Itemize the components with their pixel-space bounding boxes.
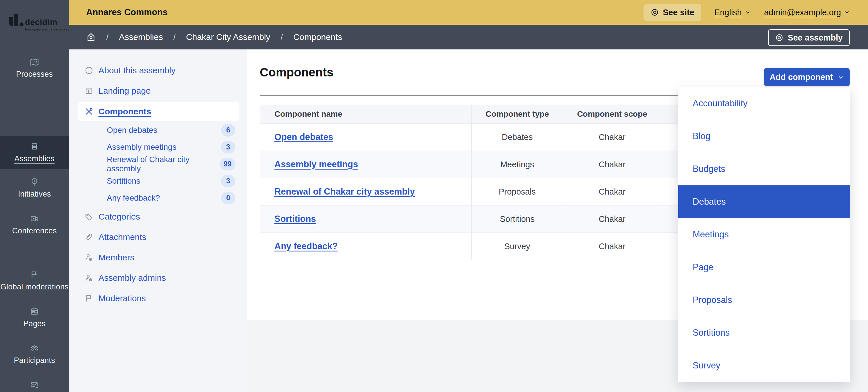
component-name-link[interactable]: Renewal of Chakar city assembly [274,187,415,197]
menu-item-about-this-assembly[interactable]: About this assembly [69,60,247,81]
breadcrumb-components[interactable]: Components [293,32,342,42]
assembly-menu-panel: About this assembly Landing page Compone… [69,50,247,392]
dropdown-item-sortitions[interactable]: Sortitions [678,316,850,349]
home-icon[interactable] [86,32,96,42]
menu-item-members[interactable]: Members [69,247,247,268]
see-site-link[interactable]: See site [644,4,701,21]
sidebar-item-processes[interactable]: Processes [0,50,69,86]
page-title: Components [260,65,334,79]
envelope-plus-icon [30,380,39,390]
admin-sidebar: Processes Assemblies Initiatives Confere… [0,50,69,392]
component-scope-cell: Chakar [563,205,661,232]
column-header-component-scope: Component scope [563,105,661,123]
breadcrumb-chakar-city-assembly[interactable]: Chakar City Assembly [186,32,270,42]
menu-item-label: Attachments [98,232,146,242]
component-link-label: Sortitions [107,176,141,186]
component-type-cell: Debates [472,123,563,150]
tag-icon [84,212,94,221]
count-badge: 3 [221,175,236,187]
logo-mark [9,17,13,26]
sidebar-item-label: Pages [23,319,45,328]
add-component-button[interactable]: Add component [764,68,849,86]
map-icon [30,57,39,67]
chevron-down-icon [745,9,751,16]
breadcrumb: / Assemblies / Chakar City Assembly / Co… [86,32,342,42]
component-name-link[interactable]: Sortitions [274,214,316,224]
chevron-down-icon [844,9,850,16]
component-link-label: Renewal of Chakar city assembly [107,155,220,173]
sidebar-item-pages[interactable]: Pages [0,299,69,336]
dropdown-item-proposals[interactable]: Proposals [678,284,850,316]
component-link-label: Assembly meetings [107,143,177,152]
lightbulb-icon [30,177,39,187]
see-assembly-button[interactable]: See assembly [768,29,849,46]
sidebar-item-participants[interactable]: Participants [0,336,69,372]
sidebar-item-global-moderations[interactable]: Global moderations [0,262,69,299]
paperclip-icon [84,232,94,242]
component-link-sortitions[interactable]: Sortitions 3 [69,172,247,189]
account-label: admin@example.org [764,8,841,17]
add-component-label: Add component [770,73,833,82]
menu-item-label: Categories [98,212,140,222]
sidebar-item-initiatives[interactable]: Initiatives [0,169,69,206]
eye-icon [775,33,784,42]
component-name-link[interactable]: Open debates [274,132,333,142]
menu-item-attachments[interactable]: Attachments [69,227,247,247]
menu-item-components[interactable]: Components [78,102,239,121]
component-link-open-debates[interactable]: Open debates 6 [69,121,247,139]
component-name-link[interactable]: Assembly meetings [274,159,358,170]
menu-item-assembly-admins[interactable]: Assembly admins [69,268,247,288]
logo-wordmark: decidim [25,18,57,26]
component-scope-cell: Chakar [563,151,661,178]
account-menu[interactable]: admin@example.org [764,8,850,17]
component-link-label: Open debates [107,125,157,135]
component-link-renewal-of-chakar-city-assembly[interactable]: Renewal of Chakar city assembly 99 [69,156,247,172]
info-icon [84,66,94,75]
component-scope-cell: Chakar [563,178,661,205]
see-site-label: See site [663,8,694,17]
component-link-assembly-meetings[interactable]: Assembly meetings 3 [69,139,247,156]
sidebar-item-label: Assemblies [14,154,55,163]
logo-dot [20,22,24,26]
add-component-dropdown: Accountability Blog Budgets Debates Meet… [678,87,850,382]
menu-item-label: Members [98,253,134,262]
sidebar-item-assemblies[interactable]: Assemblies [0,136,69,169]
component-name-link[interactable]: Any feedback? [274,241,338,251]
dropdown-item-accountability[interactable]: Accountability [678,87,850,120]
language-selector[interactable]: English [714,8,751,17]
sidebar-item-newsletters[interactable]: Newsletters [0,372,69,392]
sidebar-item-label: Initiatives [18,190,51,199]
dropdown-item-debates[interactable]: Debates [678,185,850,218]
count-badge: 0 [221,192,236,204]
eye-icon [650,8,659,17]
dropdown-item-budgets[interactable]: Budgets [678,152,850,185]
menu-item-label: Landing page [98,86,151,96]
menu-item-label: About this assembly [98,65,175,75]
person-gear-icon [84,253,94,262]
component-scope-cell: Chakar [563,123,661,150]
chevron-down-icon [837,74,844,81]
component-link-label: Any feedback? [107,193,160,203]
video-camera-icon [30,214,39,224]
flag-icon [84,294,94,303]
component-link-any-feedback[interactable]: Any feedback? 0 [69,189,247,206]
dropdown-item-survey[interactable]: Survey [678,349,850,382]
sidebar-item-conferences[interactable]: Conferences [0,206,69,243]
menu-item-moderations[interactable]: Moderations [69,288,247,308]
logo-block: decidim free open-source democracy [0,0,69,50]
menu-item-categories[interactable]: Categories [69,206,247,227]
decidim-logo: decidim free open-source democracy [9,15,67,34]
dropdown-item-blog[interactable]: Blog [678,120,850,152]
column-header-component-type: Component type [472,105,563,123]
sidebar-item-label: Conferences [12,226,57,235]
tools-icon [84,107,94,116]
dropdown-item-meetings[interactable]: Meetings [678,218,850,251]
component-type-cell: Proposals [472,178,563,205]
breadcrumb-assemblies[interactable]: Assemblies [119,32,163,42]
layout-grid-icon [84,86,94,95]
dropdown-item-page[interactable]: Page [678,251,850,284]
organization-title: Annares Commons [86,7,167,18]
see-assembly-label: See assembly [787,33,843,43]
breadcrumb-separator: / [106,32,108,42]
menu-item-landing-page[interactable]: Landing page [69,81,247,101]
